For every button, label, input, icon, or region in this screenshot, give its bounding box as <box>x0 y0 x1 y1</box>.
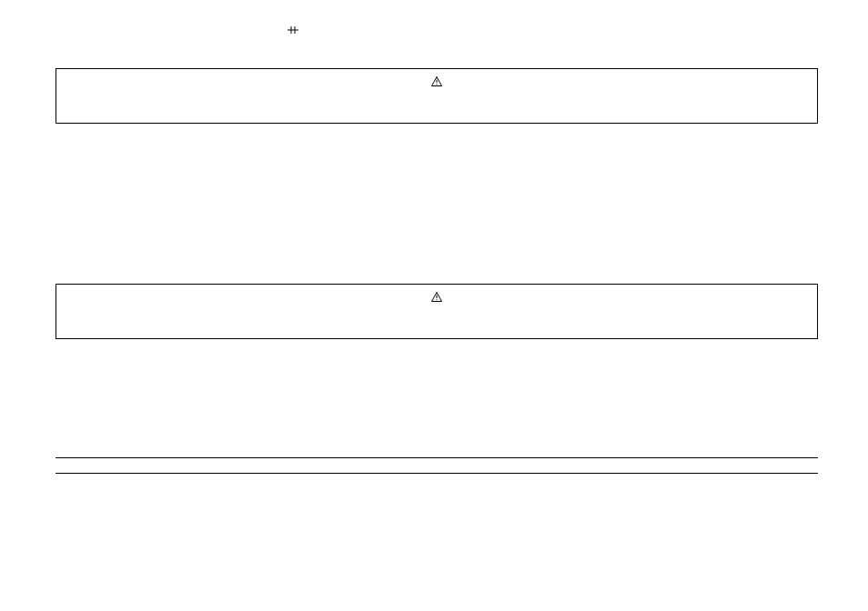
warning-box-2 <box>56 284 818 339</box>
horizontal-rule-1 <box>56 457 818 458</box>
svg-point-6 <box>436 299 437 300</box>
warning-triangle-icon <box>431 76 442 86</box>
page-content <box>56 0 818 474</box>
svg-point-1 <box>436 84 437 85</box>
horizontal-rule-2 <box>56 473 818 474</box>
warning-triangle-icon <box>431 292 442 302</box>
crop-mark-icon <box>288 25 298 35</box>
warning-box-1 <box>56 68 818 124</box>
